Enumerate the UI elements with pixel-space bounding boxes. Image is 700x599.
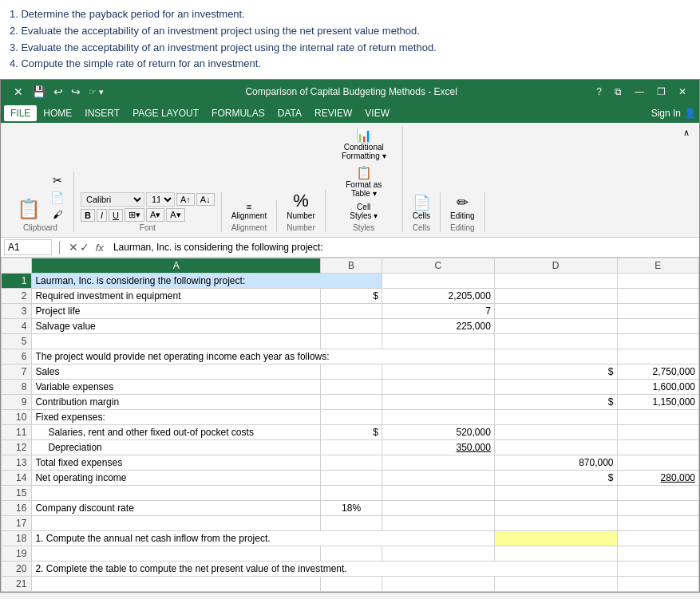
- cell-a8[interactable]: Variable expenses: [32, 380, 321, 395]
- number-button[interactable]: % Number: [283, 189, 318, 222]
- cell-d16[interactable]: [494, 501, 617, 516]
- menu-page-layout[interactable]: PAGE LAYOUT: [126, 105, 205, 121]
- cell-e13[interactable]: [617, 455, 698, 471]
- cell-e16[interactable]: [617, 501, 698, 516]
- cell-c4[interactable]: 225,000: [382, 319, 494, 334]
- cell-d8[interactable]: [494, 380, 617, 395]
- cell-d5[interactable]: [494, 334, 617, 349]
- cell-a4[interactable]: Salvage value: [32, 319, 321, 334]
- cell-b21[interactable]: [321, 577, 382, 592]
- cell-styles-button[interactable]: Cell Styles ▾: [332, 201, 396, 222]
- cell-a14[interactable]: Net operating income: [32, 471, 321, 486]
- cell-a21[interactable]: [32, 577, 321, 592]
- cell-a10[interactable]: Fixed expenses:: [32, 410, 321, 425]
- editing-button[interactable]: ✏ Editing: [447, 192, 478, 222]
- cell-a13[interactable]: Total fixed expenses: [32, 455, 321, 471]
- cell-c17[interactable]: [382, 516, 494, 531]
- cell-b14[interactable]: [321, 471, 382, 486]
- cell-b4[interactable]: [321, 319, 382, 334]
- cell-e18[interactable]: [617, 531, 698, 546]
- restore-button[interactable]: ⧉: [608, 85, 628, 99]
- cell-c13[interactable]: [382, 455, 494, 471]
- cell-d12[interactable]: [494, 440, 617, 455]
- cell-d18[interactable]: [494, 531, 617, 546]
- menu-data[interactable]: DATA: [271, 105, 308, 121]
- borders-button[interactable]: ⊞▾: [125, 208, 144, 222]
- copy-button[interactable]: 📄: [47, 190, 67, 206]
- cell-b8[interactable]: [321, 380, 382, 395]
- cell-c9[interactable]: [382, 395, 494, 410]
- cut-button[interactable]: ✂: [47, 172, 67, 188]
- cell-d19[interactable]: [494, 546, 617, 562]
- cell-e7[interactable]: 2,750,000: [617, 365, 698, 380]
- cell-a20[interactable]: 2. Complete the table to compute the net…: [32, 562, 617, 577]
- cell-c21[interactable]: [382, 577, 494, 592]
- minimize-button[interactable]: —: [628, 85, 651, 99]
- cell-c8[interactable]: [382, 380, 494, 395]
- col-header-d[interactable]: D: [494, 258, 617, 274]
- cell-e15[interactable]: [617, 486, 698, 501]
- menu-insert[interactable]: INSERT: [78, 105, 126, 121]
- menu-review[interactable]: REVIEW: [308, 105, 358, 121]
- font-grow-button[interactable]: A↑: [176, 193, 195, 206]
- close-button[interactable]: ✕: [672, 85, 693, 99]
- cell-d3[interactable]: [494, 304, 617, 319]
- menu-home[interactable]: HOME: [37, 105, 78, 121]
- cell-a19[interactable]: [32, 546, 321, 562]
- help-button[interactable]: ?: [590, 85, 608, 99]
- col-header-e[interactable]: E: [617, 258, 698, 274]
- cell-a2[interactable]: Required investment in equipment: [32, 289, 321, 304]
- cell-b7[interactable]: [321, 365, 382, 380]
- italic-button[interactable]: I: [97, 209, 107, 222]
- touch-qat-button[interactable]: ☞ ▾: [86, 86, 106, 98]
- cell-c12[interactable]: 350,000: [382, 440, 494, 455]
- cell-b9[interactable]: [321, 395, 382, 410]
- cell-c1[interactable]: [382, 274, 494, 289]
- confirm-formula-button[interactable]: ✓: [80, 241, 89, 254]
- cell-a15[interactable]: [32, 486, 321, 501]
- cell-d10[interactable]: [494, 410, 617, 425]
- cell-d7[interactable]: $: [494, 365, 617, 380]
- cell-e1[interactable]: [617, 274, 698, 289]
- col-header-c[interactable]: C: [382, 258, 494, 274]
- paste-button[interactable]: 📋: [14, 196, 44, 222]
- cell-d21[interactable]: [494, 577, 617, 592]
- cell-c7[interactable]: [382, 365, 494, 380]
- cell-a16[interactable]: Company discount rate: [32, 501, 321, 516]
- save-qat-button[interactable]: 💾: [30, 85, 48, 99]
- cell-a5[interactable]: [32, 334, 321, 349]
- cell-b19[interactable]: [321, 546, 382, 562]
- cell-b10[interactable]: [321, 410, 382, 425]
- cell-e5[interactable]: [617, 334, 698, 349]
- cell-e4[interactable]: [617, 319, 698, 334]
- font-shrink-button[interactable]: A↓: [196, 193, 215, 206]
- cell-d15[interactable]: [494, 486, 617, 501]
- font-size-select[interactable]: 11: [146, 192, 175, 207]
- undo-qat-button[interactable]: ↩: [51, 85, 65, 99]
- cell-a12[interactable]: Depreciation: [32, 440, 321, 455]
- cell-e11[interactable]: [617, 425, 698, 440]
- font-name-select[interactable]: Calibri: [81, 192, 144, 207]
- cell-a3[interactable]: Project life: [32, 304, 321, 319]
- cells-button[interactable]: 📄 Cells: [409, 192, 433, 222]
- cell-c5[interactable]: [382, 334, 494, 349]
- cell-e17[interactable]: [617, 516, 698, 531]
- cell-c16[interactable]: [382, 501, 494, 516]
- cell-d14[interactable]: $: [494, 471, 617, 486]
- underline-button[interactable]: U: [109, 209, 123, 222]
- font-color-button[interactable]: A▾: [166, 208, 184, 222]
- conditional-formatting-button[interactable]: 📊 Conditional Formatting ▾: [332, 126, 396, 162]
- cell-reference-box[interactable]: [4, 239, 52, 255]
- cell-d2[interactable]: [494, 289, 617, 304]
- cell-d17[interactable]: [494, 516, 617, 531]
- cell-e3[interactable]: [617, 304, 698, 319]
- cell-c15[interactable]: [382, 486, 494, 501]
- alignment-button[interactable]: ≡ Alignment: [228, 200, 270, 222]
- cell-b15[interactable]: [321, 486, 382, 501]
- cell-c11[interactable]: 520,000: [382, 425, 494, 440]
- cell-c10[interactable]: [382, 410, 494, 425]
- cell-e10[interactable]: [617, 410, 698, 425]
- cell-e21[interactable]: [617, 577, 698, 592]
- cell-e9[interactable]: 1,150,000: [617, 395, 698, 410]
- cell-d1[interactable]: [494, 274, 617, 289]
